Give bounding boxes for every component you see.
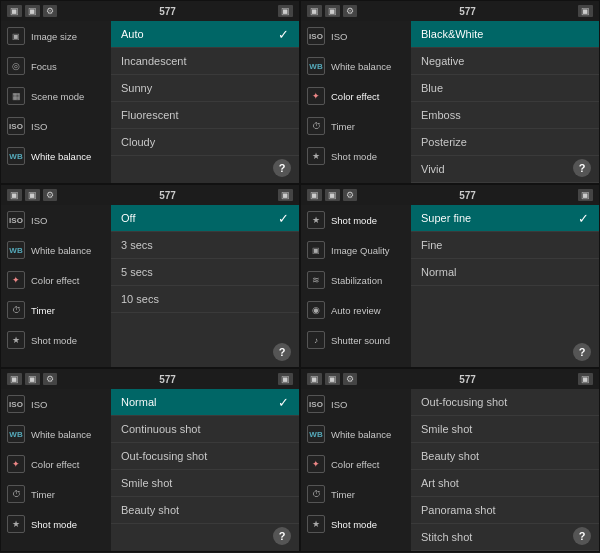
status-icon-1: ▣ bbox=[25, 373, 40, 385]
sidebar-label: Image Quality bbox=[331, 245, 390, 256]
help-button[interactable]: ? bbox=[573, 343, 591, 361]
help-button[interactable]: ? bbox=[573, 159, 591, 177]
sidebar-item-color-effect[interactable]: ✦ Color effect bbox=[301, 81, 411, 111]
sidebar-item-color-effect[interactable]: ✦ Color effect bbox=[1, 265, 111, 295]
sidebar-item-image-quality[interactable]: ▣ Image Quality bbox=[301, 235, 411, 265]
status-icon-2: ⚙ bbox=[343, 189, 357, 201]
help-button[interactable]: ? bbox=[273, 527, 291, 545]
check-icon: ✓ bbox=[578, 211, 589, 226]
sidebar-item-focus[interactable]: ◎ Focus bbox=[1, 51, 111, 81]
check-icon: ✓ bbox=[278, 395, 289, 410]
sidebar-label: Scene mode bbox=[31, 91, 84, 102]
help-button[interactable]: ? bbox=[273, 343, 291, 361]
iso-icon: ISO bbox=[7, 211, 25, 229]
option-item-2[interactable]: Beauty shot bbox=[411, 443, 599, 470]
sidebar-item-white-balance[interactable]: WB White balance bbox=[1, 419, 111, 449]
option-item-3[interactable]: Fluorescent bbox=[111, 102, 299, 129]
status-icon-1: ▣ bbox=[325, 373, 340, 385]
status-number: 577 bbox=[159, 190, 176, 201]
option-item-2[interactable]: 5 secs bbox=[111, 259, 299, 286]
option-item-4[interactable]: Panorama shot bbox=[411, 497, 599, 524]
sidebar-item-image-size[interactable]: ▣ Image size bbox=[1, 21, 111, 51]
status-right-icon: ▣ bbox=[278, 189, 293, 201]
sidebar-item-white-balance[interactable]: WB White balance bbox=[1, 235, 111, 265]
status-icon-0: ▣ bbox=[7, 189, 22, 201]
option-item-0[interactable]: Out-focusing shot bbox=[411, 389, 599, 416]
sidebar-item-shot-mode[interactable]: ★ Shot mode bbox=[1, 325, 111, 355]
option-item-1[interactable]: Incandescent bbox=[111, 48, 299, 75]
option-label: Vivid bbox=[421, 163, 445, 175]
sidebar-item-shot-mode[interactable]: ★ Shot mode bbox=[1, 509, 111, 539]
sidebar-item-shot-mode[interactable]: ★ Shot mode bbox=[301, 205, 411, 235]
sidebar-item-stabilization[interactable]: ≋ Stabilization bbox=[301, 265, 411, 295]
option-item-1[interactable]: 3 secs bbox=[111, 232, 299, 259]
help-button[interactable]: ? bbox=[273, 159, 291, 177]
option-item-3[interactable]: Art shot bbox=[411, 470, 599, 497]
option-item-1[interactable]: Continuous shot bbox=[111, 416, 299, 443]
option-item-4[interactable]: Posterize bbox=[411, 129, 599, 156]
sidebar-item-white-balance[interactable]: WB White balance bbox=[301, 51, 411, 81]
option-item-0[interactable]: Auto✓ bbox=[111, 21, 299, 48]
option-label: Out-focusing shot bbox=[421, 396, 507, 408]
sidebar-item-iso[interactable]: ISO ISO bbox=[1, 205, 111, 235]
sidebar-item-color-effect[interactable]: ✦ Color effect bbox=[1, 449, 111, 479]
sidebar-item-white-balance[interactable]: WB White balance bbox=[301, 419, 411, 449]
sidebar-item-iso[interactable]: ISO ISO bbox=[1, 111, 111, 141]
tm-icon: ⏱ bbox=[7, 301, 25, 319]
option-item-2[interactable]: Blue bbox=[411, 75, 599, 102]
sidebar-item-timer[interactable]: ⏱ Timer bbox=[301, 479, 411, 509]
sidebar-label: ISO bbox=[331, 399, 347, 410]
option-item-3[interactable]: 10 secs bbox=[111, 286, 299, 313]
option-item-5[interactable]: Vivid bbox=[411, 156, 599, 183]
option-item-0[interactable]: Black&White bbox=[411, 21, 599, 48]
option-item-1[interactable]: Smile shot bbox=[411, 416, 599, 443]
sidebar-item-shot-mode[interactable]: ★ Shot mode bbox=[301, 509, 411, 539]
sidebar-label: Color effect bbox=[31, 459, 79, 470]
status-number: 577 bbox=[159, 374, 176, 385]
status-left-icons: ▣▣⚙ bbox=[307, 189, 357, 201]
iso-icon: ISO bbox=[307, 27, 325, 45]
sidebar-item-color-effect[interactable]: ✦ Color effect bbox=[301, 449, 411, 479]
sidebar-item-iso[interactable]: ISO ISO bbox=[1, 389, 111, 419]
option-label: Blue bbox=[421, 82, 443, 94]
sidebar-item-iso[interactable]: ISO ISO bbox=[301, 21, 411, 51]
option-item-2[interactable]: Sunny bbox=[111, 75, 299, 102]
option-item-3[interactable]: Smile shot bbox=[111, 470, 299, 497]
option-item-0[interactable]: Off✓ bbox=[111, 205, 299, 232]
option-item-2[interactable]: Normal bbox=[411, 259, 599, 286]
status-icon-2: ⚙ bbox=[343, 5, 357, 17]
option-label: Stitch shot bbox=[421, 531, 472, 543]
scene-icon: ▦ bbox=[7, 87, 25, 105]
option-item-1[interactable]: Negative bbox=[411, 48, 599, 75]
help-button[interactable]: ? bbox=[573, 527, 591, 545]
option-item-1[interactable]: Fine bbox=[411, 232, 599, 259]
option-item-2[interactable]: Out-focusing shot bbox=[111, 443, 299, 470]
sidebar-item-iso[interactable]: ISO ISO bbox=[301, 389, 411, 419]
sidebar-item-white-balance[interactable]: WB White balance bbox=[1, 141, 111, 171]
tm-icon: ⏱ bbox=[307, 117, 325, 135]
option-label: Incandescent bbox=[121, 55, 186, 67]
status-number: 577 bbox=[459, 190, 476, 201]
sidebar-item-shot-mode[interactable]: ★ Shot mode bbox=[301, 141, 411, 171]
sidebar-item-auto-review[interactable]: ◉ Auto review bbox=[301, 295, 411, 325]
option-label: Normal bbox=[421, 266, 456, 278]
sidebar-item-timer[interactable]: ⏱ Timer bbox=[1, 479, 111, 509]
option-item-3[interactable]: Emboss bbox=[411, 102, 599, 129]
option-item-5[interactable]: Stitch shot bbox=[411, 524, 599, 551]
option-item-4[interactable]: Cloudy bbox=[111, 129, 299, 156]
sidebar-item-shutter-sound[interactable]: ♪ Shutter sound bbox=[301, 325, 411, 355]
option-label: Fluorescent bbox=[121, 109, 178, 121]
sidebar-item-timer[interactable]: ⏱ Timer bbox=[301, 111, 411, 141]
options-list: Black&WhiteNegativeBlueEmbossPosterizeVi… bbox=[411, 21, 599, 183]
option-label: Beauty shot bbox=[121, 504, 179, 516]
option-item-0[interactable]: Super fine✓ bbox=[411, 205, 599, 232]
status-right-icon: ▣ bbox=[578, 189, 593, 201]
status-bar: ▣▣⚙ 577 ▣ bbox=[1, 369, 299, 389]
sidebar-item-timer[interactable]: ⏱ Timer bbox=[1, 295, 111, 325]
ce-icon: ✦ bbox=[7, 455, 25, 473]
sidebar-label: Timer bbox=[31, 305, 55, 316]
option-item-4[interactable]: Beauty shot bbox=[111, 497, 299, 524]
option-item-0[interactable]: Normal✓ bbox=[111, 389, 299, 416]
sidebar-item-scene-mode[interactable]: ▦ Scene mode bbox=[1, 81, 111, 111]
options-list: Off✓3 secs5 secs10 secs? bbox=[111, 205, 299, 367]
